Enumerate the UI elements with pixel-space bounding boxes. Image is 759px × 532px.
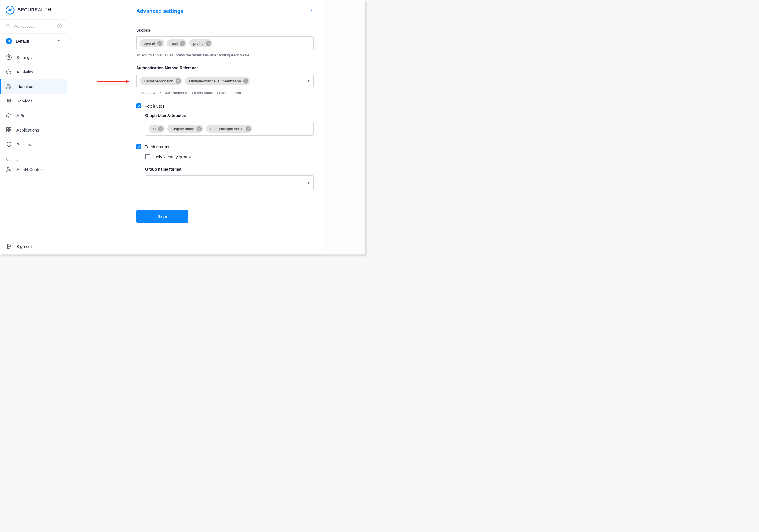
logout-icon	[6, 243, 12, 249]
sidebar-item-label: Services	[17, 99, 33, 103]
svg-point-16	[7, 167, 9, 169]
signout-label: Sign out	[17, 244, 32, 249]
shield-icon	[6, 141, 12, 147]
workspace-name: Default	[16, 39, 53, 44]
chip-multi: Multiple-channel authentication✕	[185, 77, 250, 85]
chip-mail: mail✕	[167, 39, 187, 47]
scopes-input[interactable]: openid✕ mail✕ profile✕	[136, 36, 314, 50]
gear-icon[interactable]	[57, 23, 62, 29]
cloud-bolt-icon	[6, 112, 12, 118]
amr-input[interactable]: Facial recognition✕ Multiple-channel aut…	[136, 74, 314, 88]
sidebar-item-identities[interactable]: Identities	[0, 79, 67, 94]
svg-point-2	[59, 25, 60, 27]
sidebar-item-policies[interactable]: Policies	[0, 137, 67, 152]
sidebar-item-label: Analytics	[17, 69, 33, 74]
svg-marker-19	[126, 80, 130, 83]
chip-upn: User principal name✕	[206, 125, 252, 133]
sidebar-item-label: Identities	[17, 84, 33, 89]
grid-icon	[6, 127, 12, 133]
scopes-group: Scopes openid✕ mail✕ profile✕ To add mul…	[136, 28, 314, 57]
main-nav: Settings Analytics Identities Services A…	[0, 49, 67, 153]
section-title: Advanced settings	[136, 8, 183, 14]
sidebar-item-label: Settings	[17, 55, 31, 60]
workspaces-label: Workspaces	[14, 24, 54, 28]
sidebar-item-label: APIs	[17, 113, 25, 118]
svg-rect-14	[7, 130, 8, 132]
fetch-user-group: Fetch user Graph User Attributes Id✕ Dis…	[136, 103, 314, 136]
brand-name: SECUREAUTH	[18, 7, 51, 13]
chip-facial: Facial recognition✕	[140, 77, 182, 85]
graph-attrs-input[interactable]: Id✕ Display name✕ User principal name✕	[145, 122, 314, 136]
chip-display-name: Display name✕	[168, 125, 203, 133]
svg-marker-1	[6, 24, 10, 26]
chevron-up-icon[interactable]	[309, 8, 314, 14]
svg-rect-12	[7, 128, 8, 129]
amr-group: Authentication Method Reference Facial r…	[136, 65, 314, 95]
sidebar-item-label: AuthN Context	[17, 167, 44, 172]
only-security-label: Only security groups	[153, 154, 192, 159]
sidebar: SECUREAUTH Workspaces D Default Settings	[0, 0, 67, 254]
amr-label: Authentication Method Reference	[136, 65, 314, 70]
svg-point-4	[7, 84, 9, 86]
close-icon[interactable]: ✕	[246, 126, 251, 131]
svg-point-5	[10, 85, 11, 87]
fetch-groups-group: Fetch groups Only security groups Group …	[136, 144, 314, 190]
annotation-arrow-icon	[97, 80, 130, 83]
chip-openid: openid✕	[140, 39, 164, 47]
scopes-label: Scopes	[136, 28, 314, 32]
sidebar-item-apis[interactable]: APIs	[0, 108, 67, 123]
svg-rect-7	[8, 100, 10, 102]
sidebar-item-label: Applications	[17, 128, 39, 132]
fetch-user-checkbox[interactable]	[136, 103, 141, 108]
close-icon[interactable]: ✕	[243, 78, 248, 84]
group-format-select[interactable]: ▼	[145, 175, 314, 190]
layers-icon	[5, 23, 10, 29]
fetch-user-label: Fetch user	[144, 103, 164, 108]
users-icon	[6, 83, 12, 89]
only-security-checkbox[interactable]	[145, 154, 150, 159]
brand: SECUREAUTH	[0, 0, 67, 20]
fetch-groups-checkbox[interactable]	[136, 144, 141, 149]
sidebar-item-analytics[interactable]: Analytics	[0, 64, 67, 79]
svg-rect-6	[8, 100, 11, 102]
save-button[interactable]: Save	[136, 210, 188, 223]
close-icon[interactable]: ✕	[180, 41, 185, 46]
chip-id: Id✕	[149, 125, 165, 133]
sidebar-item-authn-context[interactable]: AuthN Context	[0, 164, 67, 177]
cpu-icon	[6, 98, 12, 104]
svg-rect-13	[10, 128, 11, 129]
right-fill	[323, 0, 365, 254]
svg-point-3	[8, 57, 10, 58]
graph-attrs-label: Graph User Attributes	[145, 113, 314, 118]
svg-rect-15	[10, 130, 11, 132]
close-icon[interactable]: ✕	[176, 78, 180, 84]
app-frame: SECUREAUTH Workspaces D Default Settings	[0, 0, 365, 255]
chevron-down-icon	[57, 39, 61, 44]
divider	[136, 18, 314, 19]
pie-chart-icon	[6, 69, 12, 75]
workspaces-header[interactable]: Workspaces	[0, 20, 67, 33]
scopes-helper: To add multiple values, press the 'enter…	[136, 53, 314, 57]
caret-down-icon[interactable]: ▼	[307, 79, 310, 83]
main: Advanced settings Scopes openid✕ mail✕ p…	[67, 0, 365, 254]
gear-icon	[6, 54, 12, 60]
close-icon[interactable]: ✕	[196, 126, 202, 131]
close-icon[interactable]: ✕	[206, 41, 211, 46]
person-key-icon	[6, 166, 12, 172]
workspace-avatar: D	[6, 38, 12, 44]
settings-panel: Advanced settings Scopes openid✕ mail✕ p…	[127, 0, 323, 254]
chip-profile: profile✕	[189, 39, 213, 47]
sign-out-button[interactable]: Sign out	[0, 238, 67, 254]
close-icon[interactable]: ✕	[158, 126, 163, 131]
sidebar-item-label: Policies	[17, 142, 31, 147]
group-format-label: Group name format	[145, 167, 314, 172]
sidebar-item-services[interactable]: Services	[0, 94, 67, 108]
caret-down-icon[interactable]: ▼	[307, 181, 310, 184]
sidebar-item-settings[interactable]: Settings	[0, 50, 67, 64]
fetch-groups-label: Fetch groups	[144, 144, 169, 149]
brand-logo-icon	[5, 5, 15, 15]
workspace-selector[interactable]: D Default	[0, 33, 67, 49]
close-icon[interactable]: ✕	[157, 41, 162, 46]
section-title-row[interactable]: Advanced settings	[136, 8, 314, 14]
sidebar-item-applications[interactable]: Applications	[0, 123, 67, 137]
